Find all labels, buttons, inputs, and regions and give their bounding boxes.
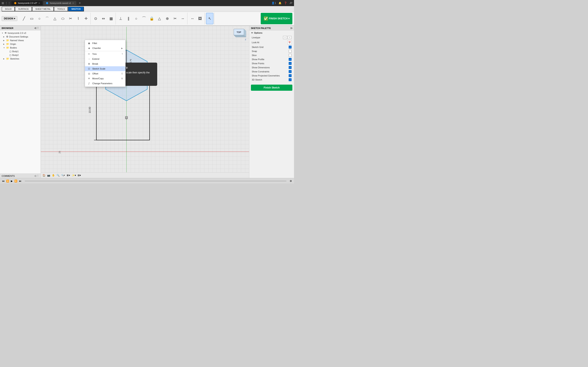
show-constraints-label: Show Constraints xyxy=(252,70,289,73)
nav-tab-sketch[interactable]: SKETCH xyxy=(68,7,84,11)
nav-tab-tools[interactable]: TOOLS xyxy=(54,7,68,11)
menu-item-move-copy[interactable]: ✛ Move/Copy M xyxy=(85,76,125,81)
tb-mirror[interactable]: ⇔ xyxy=(100,13,107,24)
home-icon[interactable]: 🏠 xyxy=(43,174,45,177)
tb-pattern[interactable]: ▦ xyxy=(107,13,115,24)
tb-constraint6[interactable]: △ xyxy=(156,13,163,24)
menu-item-offset[interactable]: ◎ Offset O xyxy=(85,71,125,76)
tree-item-origin[interactable]: ▶ 📁 Origin xyxy=(0,42,41,46)
tab-honeycomb-v3[interactable]: 🔶 honeycomb 2.0 v3* ✕ xyxy=(11,1,43,5)
timeline-track[interactable] xyxy=(25,181,286,182)
slice-checkbox[interactable] xyxy=(289,54,292,57)
show-profile-checkbox[interactable]: ✓ xyxy=(289,58,292,61)
menu-item-trim[interactable]: ✂ Trim T xyxy=(85,52,125,57)
show-constraints-checkbox[interactable]: ✓ xyxy=(289,70,292,73)
tb-arc[interactable]: ⌒ xyxy=(43,13,51,24)
canvas-area[interactable]: 10.00 fx 5.00 25 TOP xyxy=(41,26,249,178)
browser-collapse-icon[interactable]: ◁ xyxy=(34,27,36,29)
app-menu-icon[interactable]: ⊞ xyxy=(2,1,4,5)
design-dropdown[interactable]: DESIGN ▾ xyxy=(2,16,17,21)
anim-last-icon[interactable]: ⏭ xyxy=(19,180,21,183)
tree-item-root[interactable]: ▼ 👁 honeycomb 2.0 v3 xyxy=(0,31,41,35)
tb-constraint5[interactable]: 🔒 xyxy=(148,13,155,24)
pan-icon[interactable]: ✋ xyxy=(52,174,55,177)
tb-trim-icon[interactable]: ✂ xyxy=(67,13,74,24)
nav-tab-surface[interactable]: SURFACE xyxy=(15,7,32,11)
anim-play-icon[interactable]: ▶ xyxy=(11,180,13,183)
show-projected-checkbox[interactable]: ✓ xyxy=(289,74,292,77)
display-mode-icon[interactable]: 🖥▾ xyxy=(66,174,70,177)
tb-constraint7[interactable]: ⊕ xyxy=(164,13,171,24)
linetype-btn-1[interactable]: ‹ xyxy=(283,36,287,39)
anim-next-icon[interactable]: ⏩ xyxy=(14,180,17,183)
finish-sketch-button[interactable]: ✅ FINISH SKETCH ▾ xyxy=(261,13,292,24)
zoom-icon[interactable]: 🔍 xyxy=(57,174,60,177)
tb-line[interactable]: ╱ xyxy=(20,13,27,24)
comments-collapse-icon[interactable]: ◁ xyxy=(34,175,36,177)
tb-insert[interactable]: 🖼 xyxy=(196,13,204,24)
tb-move[interactable]: ✛ xyxy=(82,13,90,24)
palette-expand-icon[interactable]: ▷ xyxy=(291,27,292,29)
new-tab-icon[interactable]: + xyxy=(77,1,82,5)
camera-icon[interactable]: 📷 xyxy=(47,174,50,177)
look-at-btn[interactable]: 📅 xyxy=(287,40,292,44)
tb-constraint3[interactable]: ○ xyxy=(132,13,140,24)
tb-fillet[interactable]: ⊙ xyxy=(92,13,99,24)
grid-icon[interactable]: ⊞▾ xyxy=(78,174,81,177)
tb-circle[interactable]: ○ xyxy=(36,13,43,24)
menu-item-change-params[interactable]: ƒ Change Parameters xyxy=(85,81,125,86)
tab-close-icon[interactable]: ✕ xyxy=(38,2,40,4)
tb-dimension[interactable]: ↔ xyxy=(189,13,196,24)
3d-sketch-checkbox[interactable]: ✓ xyxy=(289,78,292,81)
tb-select[interactable]: ↖ xyxy=(206,13,213,24)
linetype-btn-2[interactable]: › xyxy=(287,36,292,39)
zoom-dropdown[interactable]: 🔍▾ xyxy=(61,174,65,176)
finish-sketch-large-button[interactable]: Finish Sketch xyxy=(251,85,292,91)
palette-row-show-projected: Show Projected Geometries ✓ xyxy=(251,74,292,78)
tree-item-sketches[interactable]: ▶ 📁 Sketches xyxy=(0,57,41,60)
tb-constraint2[interactable]: ∥ xyxy=(125,13,132,24)
tb-slot[interactable]: ⬭ xyxy=(59,13,66,24)
sketch-svg: 10.00 fx 5.00 25 xyxy=(41,26,249,178)
menu-item-fillet[interactable]: ◉ Fillet xyxy=(85,41,125,46)
anim-first-icon[interactable]: ⏮ xyxy=(2,180,4,183)
tb-triangle[interactable]: △ xyxy=(51,13,59,24)
sketch-grid-checkbox[interactable]: ✓ xyxy=(289,46,292,49)
tb-constraint8[interactable]: ✂ xyxy=(171,13,179,24)
tb-constraint1[interactable]: ⊥ xyxy=(117,13,124,24)
tab-saved-close-icon[interactable]: ✕ xyxy=(72,2,74,4)
options-collapse-icon[interactable]: ▼ xyxy=(251,32,253,34)
help-icon[interactable]: ❓ xyxy=(284,2,287,4)
menu-item-sketch-scale[interactable]: ⊡ Sketch Scale ⋯ xyxy=(85,66,125,71)
viewport-cube[interactable]: TOP Z xyxy=(233,28,247,44)
browser-options-icon[interactable]: ⋮ xyxy=(37,27,39,29)
app-grid-icon[interactable]: ⋮⋮ xyxy=(5,1,11,5)
change-params-icon: ƒ xyxy=(87,82,91,85)
tb-spline[interactable]: ⌇ xyxy=(75,13,82,24)
tree-item-body1[interactable]: ◻ Body1 xyxy=(0,50,41,53)
settings-icon[interactable]: ⚙ xyxy=(290,180,292,183)
anim-prev-icon[interactable]: ⏪ xyxy=(6,180,9,183)
show-points-checkbox[interactable]: ✓ xyxy=(289,62,292,65)
tab-honeycomb-saved[interactable]: 🔷 honeycomb saved v1 ✕ xyxy=(43,1,76,5)
nav-tab-solid[interactable]: SOLID xyxy=(2,7,15,11)
modify-dropdown: ◉ Fillet ◈ Chamfer ▶ ✂ Trim T → Extend xyxy=(85,40,126,87)
trim-shortcut: T xyxy=(122,53,123,55)
menu-item-break[interactable]: ⊕ Break xyxy=(85,61,125,66)
notification-icon[interactable]: 🔔 xyxy=(278,2,282,4)
tree-item-named-views[interactable]: ▶ 📁 Named Views xyxy=(0,39,41,42)
tb-constraint9[interactable]: ↔ xyxy=(179,13,186,24)
tb-rectangle[interactable]: ▭ xyxy=(28,13,35,24)
menu-item-chamfer[interactable]: ◈ Chamfer ▶ xyxy=(85,46,125,50)
show-dimensions-checkbox[interactable]: ✓ xyxy=(289,66,292,69)
nav-tab-sheet-metal[interactable]: SHEET METAL xyxy=(32,7,54,11)
tree-item-body2[interactable]: ◻ Body2 xyxy=(0,53,41,57)
menu-item-extend[interactable]: → Extend xyxy=(85,57,125,61)
user-avatar[interactable]: JP xyxy=(290,2,292,4)
tree-item-bodies[interactable]: ▼ 📁 Bodies xyxy=(0,46,41,50)
comments-options-icon[interactable]: ⋮ xyxy=(37,175,39,177)
snap-checkbox[interactable] xyxy=(289,50,292,53)
tb-constraint4[interactable]: ⁀ xyxy=(140,13,148,24)
tree-item-doc-settings[interactable]: ▶ ⚙ Document Settings xyxy=(0,35,41,39)
effects-icon[interactable]: ✨▾ xyxy=(72,174,76,177)
